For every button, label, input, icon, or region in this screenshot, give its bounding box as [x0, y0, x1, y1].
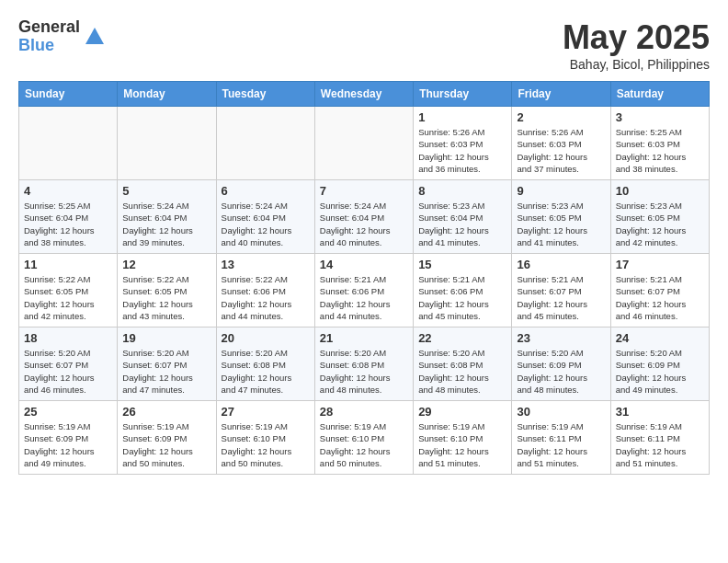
day-cell: 4Sunrise: 5:25 AM Sunset: 6:04 PM Daylig…	[19, 180, 118, 254]
logo-blue: Blue	[18, 37, 80, 55]
day-number: 13	[222, 258, 310, 271]
day-number: 20	[222, 331, 310, 345]
day-info: Sunrise: 5:19 AM Sunset: 6:11 PM Dayligh…	[517, 420, 605, 469]
day-number: 1	[418, 110, 506, 124]
logo: General Blue	[18, 18, 106, 55]
day-number: 30	[517, 405, 605, 419]
day-info: Sunrise: 5:20 AM Sunset: 6:09 PM Dayligh…	[517, 347, 605, 396]
calendar-table: SundayMondayTuesdayWednesdayThursdayFrid…	[18, 81, 710, 475]
day-cell: 7Sunrise: 5:24 AM Sunset: 6:04 PM Daylig…	[314, 180, 413, 254]
day-info: Sunrise: 5:26 AM Sunset: 6:03 PM Dayligh…	[418, 126, 506, 175]
day-number: 7	[320, 184, 408, 198]
header-day-wednesday: Wednesday	[314, 82, 413, 107]
day-cell: 23Sunrise: 5:20 AM Sunset: 6:09 PM Dayli…	[512, 327, 610, 401]
day-cell: 24Sunrise: 5:20 AM Sunset: 6:09 PM Dayli…	[610, 327, 709, 401]
day-info: Sunrise: 5:20 AM Sunset: 6:08 PM Dayligh…	[418, 347, 506, 396]
day-cell: 29Sunrise: 5:19 AM Sunset: 6:10 PM Dayli…	[414, 401, 512, 475]
day-cell	[216, 107, 314, 180]
day-cell: 13Sunrise: 5:22 AM Sunset: 6:06 PM Dayli…	[216, 254, 314, 327]
day-cell: 8Sunrise: 5:23 AM Sunset: 6:04 PM Daylig…	[414, 180, 512, 254]
day-info: Sunrise: 5:19 AM Sunset: 6:10 PM Dayligh…	[222, 420, 310, 469]
day-cell: 9Sunrise: 5:23 AM Sunset: 6:05 PM Daylig…	[512, 180, 610, 254]
day-number: 18	[24, 331, 112, 345]
day-info: Sunrise: 5:19 AM Sunset: 6:09 PM Dayligh…	[122, 420, 210, 469]
day-number: 25	[24, 405, 112, 419]
day-number: 11	[24, 258, 112, 271]
week-row-1: 1Sunrise: 5:26 AM Sunset: 6:03 PM Daylig…	[19, 107, 710, 180]
day-number: 28	[320, 405, 408, 419]
day-cell: 10Sunrise: 5:23 AM Sunset: 6:05 PM Dayli…	[610, 180, 709, 254]
day-number: 26	[122, 405, 210, 419]
day-number: 14	[320, 258, 408, 271]
day-info: Sunrise: 5:20 AM Sunset: 6:08 PM Dayligh…	[222, 347, 310, 396]
day-cell: 14Sunrise: 5:21 AM Sunset: 6:06 PM Dayli…	[314, 254, 413, 327]
day-info: Sunrise: 5:25 AM Sunset: 6:04 PM Dayligh…	[24, 200, 112, 248]
day-cell: 16Sunrise: 5:21 AM Sunset: 6:07 PM Dayli…	[512, 254, 610, 327]
day-number: 5	[122, 184, 210, 198]
day-cell	[314, 107, 413, 180]
day-info: Sunrise: 5:25 AM Sunset: 6:03 PM Dayligh…	[616, 126, 704, 175]
day-cell: 28Sunrise: 5:19 AM Sunset: 6:10 PM Dayli…	[314, 401, 413, 475]
day-info: Sunrise: 5:21 AM Sunset: 6:07 PM Dayligh…	[517, 273, 605, 322]
day-info: Sunrise: 5:21 AM Sunset: 6:07 PM Dayligh…	[616, 273, 704, 322]
day-cell: 26Sunrise: 5:19 AM Sunset: 6:09 PM Dayli…	[118, 401, 216, 475]
day-cell: 17Sunrise: 5:21 AM Sunset: 6:07 PM Dayli…	[610, 254, 709, 327]
logo-icon	[84, 26, 106, 48]
day-info: Sunrise: 5:21 AM Sunset: 6:06 PM Dayligh…	[320, 273, 408, 322]
day-info: Sunrise: 5:19 AM Sunset: 6:10 PM Dayligh…	[320, 420, 408, 469]
day-cell: 22Sunrise: 5:20 AM Sunset: 6:08 PM Dayli…	[414, 327, 512, 401]
day-number: 27	[222, 405, 310, 419]
header-day-thursday: Thursday	[414, 82, 512, 107]
day-info: Sunrise: 5:19 AM Sunset: 6:10 PM Dayligh…	[418, 420, 506, 469]
week-row-3: 11Sunrise: 5:22 AM Sunset: 6:05 PM Dayli…	[19, 254, 710, 327]
day-info: Sunrise: 5:24 AM Sunset: 6:04 PM Dayligh…	[222, 200, 310, 248]
day-info: Sunrise: 5:19 AM Sunset: 6:11 PM Dayligh…	[616, 420, 704, 469]
day-number: 23	[517, 331, 605, 345]
day-number: 16	[517, 258, 605, 271]
day-number: 19	[122, 331, 210, 345]
day-number: 2	[517, 110, 605, 124]
week-row-5: 25Sunrise: 5:19 AM Sunset: 6:09 PM Dayli…	[19, 401, 710, 475]
day-number: 15	[418, 258, 506, 271]
day-number: 17	[616, 258, 704, 271]
header-row: SundayMondayTuesdayWednesdayThursdayFrid…	[19, 82, 710, 107]
day-info: Sunrise: 5:20 AM Sunset: 6:08 PM Dayligh…	[320, 347, 408, 396]
day-number: 10	[616, 184, 704, 198]
day-info: Sunrise: 5:23 AM Sunset: 6:05 PM Dayligh…	[616, 200, 704, 248]
day-number: 9	[517, 184, 605, 198]
day-info: Sunrise: 5:19 AM Sunset: 6:09 PM Dayligh…	[24, 420, 112, 469]
week-row-2: 4Sunrise: 5:25 AM Sunset: 6:04 PM Daylig…	[19, 180, 710, 254]
header-day-tuesday: Tuesday	[216, 82, 314, 107]
day-info: Sunrise: 5:22 AM Sunset: 6:06 PM Dayligh…	[222, 273, 310, 322]
day-cell: 11Sunrise: 5:22 AM Sunset: 6:05 PM Dayli…	[19, 254, 118, 327]
day-cell: 12Sunrise: 5:22 AM Sunset: 6:05 PM Dayli…	[118, 254, 216, 327]
day-cell: 1Sunrise: 5:26 AM Sunset: 6:03 PM Daylig…	[414, 107, 512, 180]
day-number: 6	[222, 184, 310, 198]
day-info: Sunrise: 5:24 AM Sunset: 6:04 PM Dayligh…	[122, 200, 210, 248]
calendar-subtitle: Bahay, Bicol, Philippines	[563, 57, 710, 72]
day-cell: 5Sunrise: 5:24 AM Sunset: 6:04 PM Daylig…	[118, 180, 216, 254]
day-number: 4	[24, 184, 112, 198]
day-cell	[118, 107, 216, 180]
title-block: May 2025 Bahay, Bicol, Philippines	[563, 18, 710, 72]
day-number: 29	[418, 405, 506, 419]
calendar-title: May 2025	[563, 18, 710, 57]
day-cell: 25Sunrise: 5:19 AM Sunset: 6:09 PM Dayli…	[19, 401, 118, 475]
header-day-monday: Monday	[118, 82, 216, 107]
day-cell: 19Sunrise: 5:20 AM Sunset: 6:07 PM Dayli…	[118, 327, 216, 401]
day-info: Sunrise: 5:21 AM Sunset: 6:06 PM Dayligh…	[418, 273, 506, 322]
day-cell: 15Sunrise: 5:21 AM Sunset: 6:06 PM Dayli…	[414, 254, 512, 327]
day-cell: 30Sunrise: 5:19 AM Sunset: 6:11 PM Dayli…	[512, 401, 610, 475]
day-cell: 3Sunrise: 5:25 AM Sunset: 6:03 PM Daylig…	[610, 107, 709, 180]
day-number: 31	[616, 405, 704, 419]
day-number: 21	[320, 331, 408, 345]
day-info: Sunrise: 5:20 AM Sunset: 6:07 PM Dayligh…	[24, 347, 112, 396]
header-day-friday: Friday	[512, 82, 610, 107]
day-number: 24	[616, 331, 704, 345]
svg-marker-0	[85, 28, 104, 44]
day-number: 12	[122, 258, 210, 271]
header-day-sunday: Sunday	[19, 82, 118, 107]
day-info: Sunrise: 5:26 AM Sunset: 6:03 PM Dayligh…	[517, 126, 605, 175]
day-cell: 6Sunrise: 5:24 AM Sunset: 6:04 PM Daylig…	[216, 180, 314, 254]
day-info: Sunrise: 5:22 AM Sunset: 6:05 PM Dayligh…	[122, 273, 210, 322]
